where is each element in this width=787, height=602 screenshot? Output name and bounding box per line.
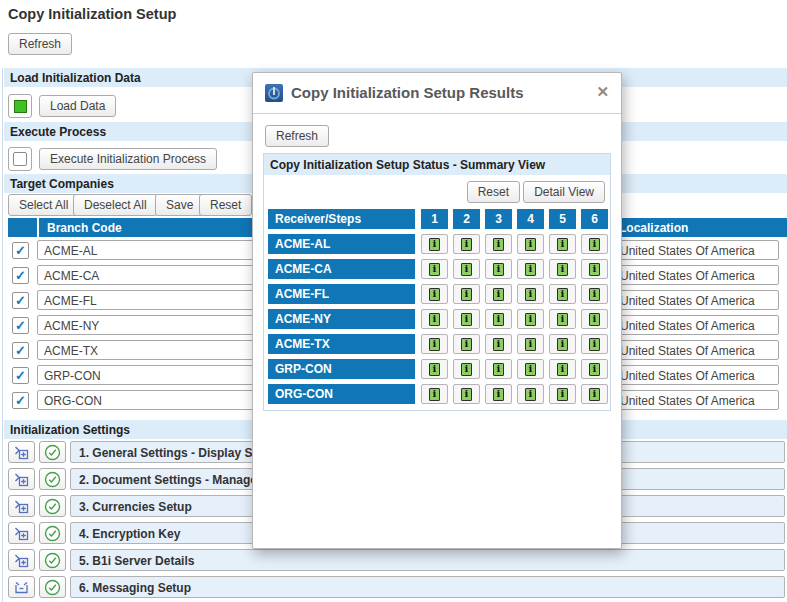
deselect-all-button[interactable]: Deselect All <box>73 194 158 216</box>
localization-field[interactable]: United States Of America <box>613 365 779 385</box>
status-ok-button[interactable] <box>39 441 66 463</box>
step-status-cell[interactable]: i <box>421 259 448 279</box>
step-status-cell[interactable]: i <box>453 359 480 379</box>
localization-field[interactable]: United States Of America <box>613 315 779 335</box>
step-status-cell[interactable]: i <box>453 309 480 329</box>
step-status-cell[interactable]: i <box>549 284 576 304</box>
status-ok-button[interactable] <box>39 522 66 544</box>
step-status-cell[interactable]: i <box>485 234 512 254</box>
check-circle-icon <box>44 552 61 569</box>
row-checkbox[interactable]: ✓ <box>12 367 29 384</box>
step-status-cell[interactable]: i <box>517 359 544 379</box>
step-status-cell[interactable]: i <box>453 259 480 279</box>
step-status-cell[interactable]: i <box>581 334 608 354</box>
save-button[interactable]: Save <box>155 194 204 216</box>
step-status-cell[interactable]: i <box>453 284 480 304</box>
step-status-cell[interactable]: i <box>453 234 480 254</box>
step-status-cell[interactable]: i <box>581 309 608 329</box>
insert-row-button[interactable] <box>8 495 35 517</box>
step-status-cell[interactable]: i <box>581 259 608 279</box>
status-ok-button[interactable] <box>39 549 66 571</box>
step-status-cell[interactable]: i <box>453 334 480 354</box>
info-icon: i <box>429 363 440 376</box>
summary-panel-title: Copy Initialization Setup Status - Summa… <box>264 154 610 175</box>
info-icon: i <box>493 238 504 251</box>
step-status-cell[interactable]: i <box>549 384 576 404</box>
receiver-name-cell: ACME-NY <box>268 309 415 329</box>
info-icon: i <box>461 338 472 351</box>
step-status-cell[interactable]: i <box>421 309 448 329</box>
row-checkbox[interactable]: ✓ <box>12 342 29 359</box>
step-status-cell[interactable]: i <box>581 384 608 404</box>
step-status-cell[interactable]: i <box>485 384 512 404</box>
info-icon: i <box>557 263 568 276</box>
localization-field[interactable]: United States Of America <box>613 240 779 260</box>
step-status-cell[interactable]: i <box>485 259 512 279</box>
info-icon: i <box>589 313 600 326</box>
info-icon: i <box>525 338 536 351</box>
insert-row-button[interactable] <box>8 549 35 571</box>
step-status-cell[interactable]: i <box>485 359 512 379</box>
load-data-button[interactable]: Load Data <box>39 95 116 117</box>
info-icon: i <box>557 313 568 326</box>
step-status-cell[interactable]: i <box>549 359 576 379</box>
insert-row-button[interactable] <box>8 522 35 544</box>
status-ok-button[interactable] <box>39 468 66 490</box>
localization-field[interactable]: United States Of America <box>613 390 779 410</box>
select-all-button[interactable]: Select All <box>8 194 79 216</box>
insert-row-button[interactable] <box>8 468 35 490</box>
localization-field[interactable]: United States Of America <box>613 340 779 360</box>
row-checkbox[interactable]: ✓ <box>12 317 29 334</box>
results-dialog: Copy Initialization Setup Results ✕ Refr… <box>252 72 622 549</box>
step-status-cell[interactable]: i <box>421 384 448 404</box>
green-status-icon <box>14 100 27 113</box>
step-status-cell[interactable]: i <box>517 309 544 329</box>
step-status-cell[interactable]: i <box>581 234 608 254</box>
step-status-cell[interactable]: i <box>485 309 512 329</box>
info-icon: i <box>493 313 504 326</box>
step-results-row: i i i i i i <box>421 359 608 379</box>
page-refresh-button[interactable]: Refresh <box>8 33 72 55</box>
execute-checkbox[interactable] <box>8 147 32 171</box>
detail-view-button[interactable]: Detail View <box>523 181 605 203</box>
close-icon[interactable]: ✕ <box>596 83 609 101</box>
row-checkbox[interactable]: ✓ <box>12 242 29 259</box>
step-status-cell[interactable]: i <box>421 234 448 254</box>
dialog-refresh-button[interactable]: Refresh <box>265 125 329 147</box>
insert-row-button[interactable] <box>8 441 35 463</box>
reset-button[interactable]: Reset <box>199 194 252 216</box>
step-status-cell[interactable]: i <box>517 334 544 354</box>
info-icon: i <box>525 388 536 401</box>
step-status-cell[interactable]: i <box>517 234 544 254</box>
localization-field[interactable]: United States Of America <box>613 265 779 285</box>
row-checkbox[interactable]: ✓ <box>12 292 29 309</box>
step-status-cell[interactable]: i <box>549 234 576 254</box>
step-status-cell[interactable]: i <box>421 359 448 379</box>
step-status-cell[interactable]: i <box>453 384 480 404</box>
step-status-cell[interactable]: i <box>549 309 576 329</box>
step-status-cell[interactable]: i <box>581 359 608 379</box>
step-status-cell[interactable]: i <box>421 334 448 354</box>
step-status-cell[interactable]: i <box>581 284 608 304</box>
insert-row-icon <box>14 445 29 460</box>
step-results-row: i i i i i i <box>421 259 608 279</box>
step-status-cell[interactable]: i <box>421 284 448 304</box>
step-status-cell[interactable]: i <box>549 259 576 279</box>
summary-reset-button[interactable]: Reset <box>467 181 520 203</box>
status-ok-button[interactable] <box>39 576 66 598</box>
row-checkbox[interactable]: ✓ <box>12 392 29 409</box>
step-status-cell[interactable]: i <box>485 284 512 304</box>
status-ok-button[interactable] <box>39 495 66 517</box>
step-status-cell[interactable]: i <box>517 259 544 279</box>
step-status-cell[interactable]: i <box>517 284 544 304</box>
row-checkbox[interactable]: ✓ <box>12 267 29 284</box>
execute-process-button[interactable]: Execute Initialization Process <box>39 148 217 170</box>
step-status-cell[interactable]: i <box>549 334 576 354</box>
info-icon: i <box>525 263 536 276</box>
step-status-cell[interactable]: i <box>485 334 512 354</box>
localization-field[interactable]: United States Of America <box>613 290 779 310</box>
info-icon: i <box>589 388 600 401</box>
open-box-button[interactable] <box>8 576 35 598</box>
step-status-cell[interactable]: i <box>517 384 544 404</box>
check-circle-icon <box>44 444 61 461</box>
